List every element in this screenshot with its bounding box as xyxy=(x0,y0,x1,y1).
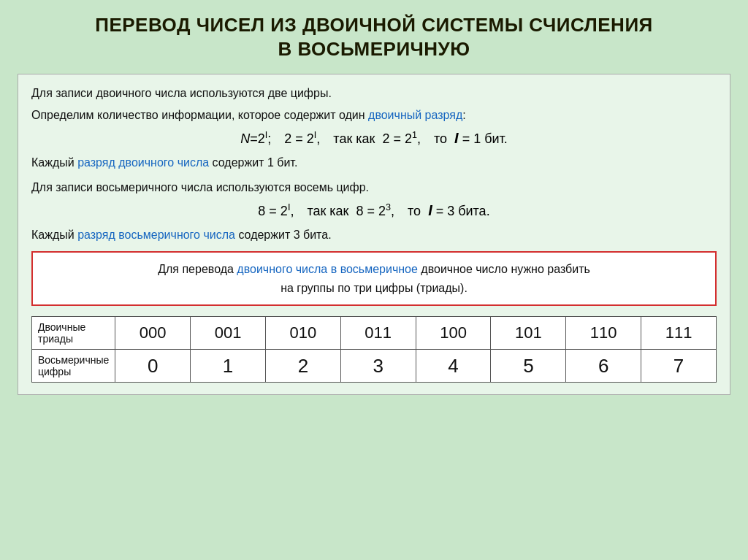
octal-4: 4 xyxy=(416,350,491,383)
highlight-line2: на группы по три цифры (триады). xyxy=(45,279,703,298)
main-title: ПЕРЕВОД ЧИСЕЛ ИЗ ДВОИЧНОЙ СИСТЕМЫ СЧИСЛЕ… xyxy=(18,13,730,61)
formula1-part4: то I = 1 бит. xyxy=(434,130,508,147)
para2: Определим количество информации, которое… xyxy=(31,107,717,124)
binary-110: 110 xyxy=(566,317,641,350)
formula2-part1: 8 = 2I, xyxy=(258,202,294,219)
title-line2: В ВОСЬМЕРИЧНУЮ xyxy=(18,37,730,61)
highlight-box: Для перевода двоичного числа в восьмерич… xyxy=(31,251,717,306)
para4: Для записи восьмеричного числа использую… xyxy=(31,179,717,196)
formula2-part3: то I = 3 бита. xyxy=(408,202,490,219)
octal-6: 6 xyxy=(566,350,641,383)
binary-111: 111 xyxy=(641,317,717,350)
para5: Каждый разряд восьмеричного числа содерж… xyxy=(31,226,717,244)
formula1-part3: так как 2 = 21, xyxy=(333,130,421,147)
binary-001: 001 xyxy=(191,317,266,350)
content-area: Для записи двоичного числа используются … xyxy=(18,74,730,395)
binary-011: 011 xyxy=(340,317,416,350)
octal-1: 1 xyxy=(191,350,266,383)
title-line1: ПЕРЕВОД ЧИСЕЛ ИЗ ДВОИЧНОЙ СИСТЕМЫ СЧИСЛЕ… xyxy=(18,13,730,37)
formula1-part1: N=2I; xyxy=(240,130,271,147)
binary-label: Двоичные триады xyxy=(32,317,115,350)
table-row-octal: Восьмеричные цифры 0 1 2 3 4 5 6 7 xyxy=(32,350,717,383)
formula2: 8 = 2I, так как 8 = 23, то I = 3 бита. xyxy=(31,202,717,219)
binary-101: 101 xyxy=(491,317,566,350)
para3: Каждый разряд двоичного числа содержит 1… xyxy=(31,154,717,172)
binary-010: 010 xyxy=(265,317,340,350)
highlight-line1: Для перевода двоичного числа в восьмерич… xyxy=(45,260,703,279)
binary-000: 000 xyxy=(115,317,191,350)
octal-0: 0 xyxy=(115,350,191,383)
binary-100: 100 xyxy=(416,317,491,350)
formula2-part2: так как 8 = 23, xyxy=(307,202,394,219)
page: ПЕРЕВОД ЧИСЕЛ ИЗ ДВОИЧНОЙ СИСТЕМЫ СЧИСЛЕ… xyxy=(0,0,748,560)
conversion-table: Двоичные триады 000 001 010 011 100 101 … xyxy=(31,316,717,383)
table-row-binary: Двоичные триады 000 001 010 011 100 101 … xyxy=(32,317,717,350)
octal-5: 5 xyxy=(491,350,566,383)
octal-2: 2 xyxy=(265,350,340,383)
formula1: N=2I; 2 = 2I, так как 2 = 21, то I = 1 б… xyxy=(31,130,717,147)
octal-3: 3 xyxy=(340,350,416,383)
octal-7: 7 xyxy=(641,350,717,383)
para1: Для записи двоичного числа используются … xyxy=(31,85,717,102)
formula1-part2: 2 = 2I, xyxy=(284,130,320,147)
octal-label: Восьмеричные цифры xyxy=(32,350,115,383)
